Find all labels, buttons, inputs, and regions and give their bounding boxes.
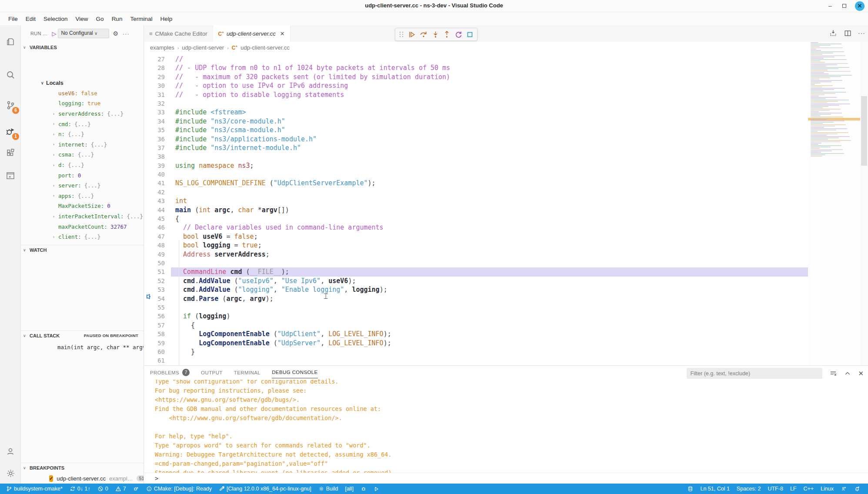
code-line-40[interactable]: 40	[144, 170, 808, 179]
panel-tab-problems[interactable]: PROBLEMS7	[150, 366, 190, 379]
variable-row[interactable]: ›server:{...}	[21, 180, 144, 191]
variable-row[interactable]: ›MaxPacketSize:0	[21, 201, 144, 211]
callstack-frame[interactable]: main(int argc, char ** argv) u.	[21, 342, 144, 352]
panel-tab-debug-console[interactable]: DEBUG CONSOLE	[272, 367, 318, 378]
variable-row[interactable]: ›port:0	[21, 170, 144, 180]
breadcrumb-item[interactable]: udp-client-server.cc	[240, 44, 290, 51]
language-mode[interactable]: C++	[800, 484, 817, 494]
menu-run[interactable]: Run	[108, 14, 127, 24]
feedback[interactable]	[837, 484, 851, 494]
code-line-57[interactable]: 57 {	[144, 321, 808, 330]
code-line-51[interactable]: 51 CommandLine cmd (__FILE__);	[144, 267, 808, 276]
watch-section-header[interactable]: ∨ WATCH	[21, 245, 144, 254]
continue-icon[interactable]	[407, 30, 416, 39]
code-area[interactable]: 27//28// - UDP flow from n0 to n1 of 102…	[144, 55, 808, 365]
code-line-28[interactable]: 28// - UDP flow from n0 to n1 of 1024 by…	[144, 63, 808, 72]
code-line-53[interactable]: 53 cmd.AddValue ("logging", "Enable logg…	[144, 285, 808, 294]
panel-tab-output[interactable]: OUTPUT	[201, 367, 223, 378]
cmake-tools-icon[interactable]	[0, 166, 21, 185]
variable-row[interactable]: ›csma:{...}	[21, 150, 144, 160]
variable-row[interactable]: ›client:{...}	[21, 232, 144, 242]
code-line-27[interactable]: 27//	[144, 55, 808, 63]
maximize-button[interactable]	[839, 1, 849, 11]
maximize-panel-icon[interactable]	[844, 370, 851, 377]
variable-row[interactable]: ›n:{...}	[21, 129, 144, 140]
variable-row[interactable]: ›maxPacketCount:32767	[21, 221, 144, 232]
launch-target-button[interactable]	[370, 484, 383, 494]
remote-os[interactable]: Linux	[817, 484, 837, 494]
breakpoint-row[interactable]: ✓ udp-client-server.cc exampl… 51	[21, 473, 144, 484]
code-line-61[interactable]: 61	[144, 356, 808, 365]
code-line-34[interactable]: 34#include "ns3/core-module.h"	[144, 117, 808, 126]
variable-row[interactable]: ›interPacketInterval:{...}	[21, 211, 144, 222]
code-line-32[interactable]: 32	[144, 99, 808, 108]
search-icon[interactable]	[0, 65, 21, 84]
code-line-41[interactable]: 41NS_LOG_COMPONENT_DEFINE ("UdpClientSer…	[144, 179, 808, 187]
more-actions-icon[interactable]: ···	[123, 30, 130, 37]
code-line-33[interactable]: 33#include <fstream>	[144, 108, 808, 117]
breadcrumb-item[interactable]: udp-client-server	[182, 44, 224, 51]
error-count[interactable]: 0	[94, 484, 112, 494]
callstack-section-header[interactable]: ∨ CALL STACK PAUSED ON BREAKPOINT	[21, 330, 144, 340]
menu-go[interactable]: Go	[92, 14, 108, 24]
scope-locals[interactable]: ∨Locals	[21, 78, 144, 88]
clear-console-icon[interactable]	[829, 370, 837, 377]
code-line-46[interactable]: 46 // Declare variables used in command-…	[144, 223, 808, 232]
close-icon[interactable]: ✕	[280, 30, 285, 37]
cmake-status[interactable]: CMake: [Debug]: Ready	[143, 484, 215, 494]
step-out-icon[interactable]	[443, 30, 451, 39]
code-line-31[interactable]: 31// - option to disable logging stateme…	[144, 90, 808, 99]
menu-selection[interactable]: Selection	[40, 14, 72, 24]
stop-icon[interactable]	[466, 31, 474, 38]
encoding[interactable]: UTF-8	[764, 484, 786, 494]
breadcrumb[interactable]: examples › udp-client-server › C+ udp-cl…	[144, 42, 868, 53]
close-panel-icon[interactable]: ✕	[858, 370, 864, 377]
close-button[interactable]: ✕	[855, 1, 865, 11]
debug-status[interactable]	[130, 484, 143, 494]
code-line-43[interactable]: 43int	[144, 197, 808, 205]
accounts-icon[interactable]	[0, 442, 21, 461]
source-control-icon[interactable]: 6	[0, 96, 21, 115]
code-line-45[interactable]: 45{	[144, 214, 808, 223]
sync-status[interactable]: 0↓ 1↑	[66, 484, 94, 494]
build-button[interactable]: Build	[315, 484, 342, 494]
code-line-49[interactable]: 49 Address serverAddress;	[144, 250, 808, 259]
console-input-row[interactable]: >	[144, 473, 868, 483]
configure-gear-icon[interactable]: ⚙	[113, 30, 118, 37]
menu-terminal[interactable]: Terminal	[126, 14, 156, 24]
code-line-42[interactable]: 42	[144, 188, 808, 197]
code-line-58[interactable]: 58 LogComponentEnable ("UdpClient", LOG_…	[144, 330, 808, 338]
warning-count[interactable]: 7	[112, 484, 130, 494]
indentation[interactable]: Spaces: 2	[733, 484, 765, 494]
code-line-35[interactable]: 35#include "ns3/csma-module.h"	[144, 126, 808, 134]
code-line-38[interactable]: 38	[144, 152, 808, 161]
more-actions-icon[interactable]: ···	[858, 30, 865, 37]
code-line-30[interactable]: 30// - option to use IPv4 or IPv6 addres…	[144, 81, 808, 90]
breakpoints-section-header[interactable]: ∨ BREAKPOINTS	[21, 463, 144, 472]
run-configurations-icon[interactable]	[829, 29, 838, 37]
restart-icon[interactable]	[454, 30, 463, 39]
code-line-44[interactable]: 44main (int argc, char *argv[])	[144, 206, 808, 214]
minimize-button[interactable]: –	[825, 1, 835, 11]
step-over-icon[interactable]	[419, 30, 428, 39]
breakpoint-checkbox[interactable]: ✓	[49, 475, 53, 482]
code-line-60[interactable]: 60 }	[144, 347, 808, 356]
code-line-50[interactable]: 50	[144, 259, 808, 267]
debug-target-button[interactable]	[357, 484, 370, 494]
panel-tab-terminal[interactable]: TERMINAL	[234, 367, 260, 378]
debug-config-dropdown[interactable]: No Configural ∨	[58, 29, 109, 38]
debug-console-output[interactable]: Type "show configuration" for configurat…	[155, 377, 859, 473]
breadcrumb-item[interactable]: examples	[150, 44, 174, 51]
code-line-47[interactable]: 47 bool useV6 = false;	[144, 232, 808, 241]
drag-handle[interactable]	[399, 31, 404, 38]
database-status[interactable]	[684, 484, 697, 494]
variable-row[interactable]: ›serverAddress:{...}	[21, 109, 144, 119]
notifications-bell[interactable]	[851, 484, 864, 494]
menu-file[interactable]: File	[4, 14, 22, 24]
code-line-52[interactable]: 52 cmd.AddValue ("useIpv6", "Use Ipv6", …	[144, 277, 808, 285]
editor-scrollbar[interactable]	[860, 42, 868, 365]
menu-edit[interactable]: Edit	[22, 14, 40, 24]
branch-status[interactable]: buildsystem-cmake*	[3, 484, 66, 494]
code-line-56[interactable]: 56 if (logging)	[144, 312, 808, 320]
code-line-29[interactable]: 29// - maximum of 320 packets sent (or l…	[144, 73, 808, 81]
